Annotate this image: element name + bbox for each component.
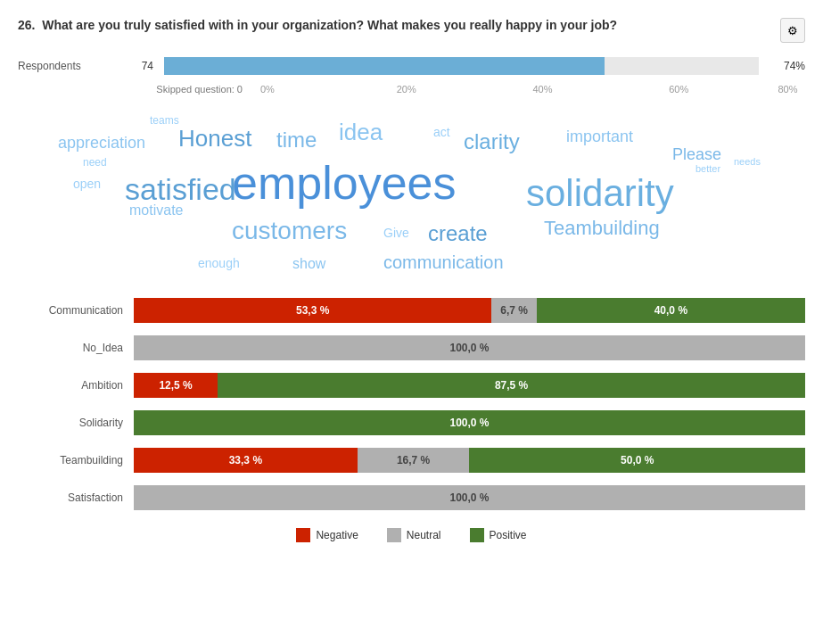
chart-row-label: No_Idea bbox=[18, 342, 134, 354]
axis-0: 0% bbox=[260, 84, 275, 95]
word-cloud-word: teams bbox=[150, 114, 179, 127]
skipped-row: Skipped question: 0 0% 20% 40% 60% 80% bbox=[18, 82, 805, 96]
word-cloud-word: idea bbox=[339, 119, 383, 146]
bar-segment-negative: 33,3 % bbox=[134, 448, 358, 473]
axis-60: 60% bbox=[669, 84, 688, 95]
chart-row: Satisfaction100,0 % bbox=[18, 482, 805, 514]
respondents-count: 74 bbox=[136, 60, 153, 72]
word-cloud-word: motivate bbox=[129, 202, 183, 219]
respondents-label: Respondents bbox=[18, 60, 125, 72]
bar-segment-neutral: 16,7 % bbox=[358, 448, 470, 473]
gear-icon: ⚙ bbox=[787, 24, 798, 37]
word-cloud-word: communication bbox=[383, 252, 504, 273]
word-cloud-word: solidarity bbox=[526, 172, 674, 215]
question-number: 26. bbox=[18, 18, 35, 32]
chart-bar-area: 33,3 %16,7 %50,0 % bbox=[134, 448, 805, 473]
chart-bar-area: 100,0 % bbox=[134, 485, 805, 510]
gear-button[interactable]: ⚙ bbox=[780, 18, 805, 43]
word-cloud-word: act bbox=[433, 125, 450, 139]
respondents-pct: 74% bbox=[770, 60, 805, 72]
axis-80: 80% bbox=[778, 84, 797, 95]
question-text: What are you truly satisfied with in you… bbox=[42, 18, 617, 32]
legend-swatch-neutral bbox=[387, 528, 401, 542]
word-cloud: employeessolidaritysatisfiedcustomersHon… bbox=[18, 107, 805, 277]
chart-row-label: Communication bbox=[18, 304, 134, 317]
word-cloud-word: employees bbox=[232, 156, 456, 210]
legend-item-positive: Positive bbox=[470, 528, 527, 542]
chart-row: Solidarity100,0 % bbox=[18, 407, 805, 439]
word-cloud-word: important bbox=[566, 128, 633, 146]
question-header: 26. What are you truly satisfied with in… bbox=[18, 18, 805, 43]
word-cloud-word: open bbox=[73, 177, 101, 191]
legend-label-neutral: Neutral bbox=[407, 529, 441, 541]
bar-segment-neutral: 6,7 % bbox=[491, 298, 536, 323]
respondents-row: Respondents 74 74% bbox=[18, 57, 805, 75]
chart-bar-area: 100,0 % bbox=[134, 410, 805, 435]
word-cloud-word: show bbox=[292, 256, 325, 272]
chart-bar-area: 53,3 %6,7 %40,0 % bbox=[134, 298, 805, 323]
axis-20: 20% bbox=[397, 84, 416, 95]
word-cloud-word: better bbox=[695, 163, 720, 174]
chart-bar-area: 12,5 %87,5 % bbox=[134, 373, 805, 398]
bar-segment-neutral: 100,0 % bbox=[134, 485, 805, 510]
respondents-bar bbox=[164, 57, 605, 75]
bar-segment-positive: 100,0 % bbox=[134, 410, 805, 435]
bar-segment-neutral: 100,0 % bbox=[134, 335, 805, 360]
bar-segment-positive: 50,0 % bbox=[469, 448, 805, 473]
chart-row-label: Ambition bbox=[18, 379, 134, 392]
legend-swatch-negative bbox=[296, 528, 310, 542]
axis-labels: 0% 20% 40% 60% 80% bbox=[260, 82, 805, 96]
chart-row-label: Satisfaction bbox=[18, 491, 134, 504]
legend: NegativeNeutralPositive bbox=[18, 528, 805, 542]
chart-row: Teambuilding33,3 %16,7 %50,0 % bbox=[18, 444, 805, 476]
word-cloud-word: enough bbox=[198, 256, 240, 270]
word-cloud-word: time bbox=[276, 128, 317, 153]
respondents-bar-container bbox=[164, 57, 759, 75]
chart-section: Communication53,3 %6,7 %40,0 %No_Idea100… bbox=[18, 294, 805, 514]
chart-bar-area: 100,0 % bbox=[134, 335, 805, 360]
chart-row: Communication53,3 %6,7 %40,0 % bbox=[18, 294, 805, 326]
legend-label-negative: Negative bbox=[316, 529, 358, 541]
bar-segment-positive: 87,5 % bbox=[218, 373, 805, 398]
axis-40: 40% bbox=[533, 84, 553, 95]
chart-row: Ambition12,5 %87,5 % bbox=[18, 369, 805, 401]
legend-swatch-positive bbox=[470, 528, 484, 542]
word-cloud-word: Give bbox=[383, 226, 409, 240]
word-cloud-word: need bbox=[83, 156, 107, 169]
word-cloud-word: customers bbox=[232, 217, 347, 245]
word-cloud-word: Teambuilding bbox=[544, 217, 660, 240]
bar-segment-negative: 12,5 % bbox=[134, 373, 218, 398]
word-cloud-word: appreciation bbox=[58, 134, 145, 153]
chart-row: No_Idea100,0 % bbox=[18, 332, 805, 364]
bar-segment-positive: 40,0 % bbox=[537, 298, 805, 323]
question-title: 26. What are you truly satisfied with in… bbox=[18, 18, 780, 32]
word-cloud-word: create bbox=[428, 221, 488, 246]
word-cloud-word: needs bbox=[734, 156, 761, 167]
chart-row-label: Teambuilding bbox=[18, 454, 134, 466]
legend-label-positive: Positive bbox=[490, 529, 527, 541]
word-cloud-word: Please bbox=[672, 145, 721, 164]
skipped-label: Skipped question: 0 bbox=[18, 84, 250, 95]
word-cloud-word: clarity bbox=[464, 129, 520, 154]
legend-item-negative: Negative bbox=[296, 528, 358, 542]
bar-segment-negative: 53,3 % bbox=[134, 298, 491, 323]
word-cloud-word: Honest bbox=[178, 125, 251, 153]
legend-item-neutral: Neutral bbox=[387, 528, 441, 542]
chart-row-label: Solidarity bbox=[18, 417, 134, 429]
